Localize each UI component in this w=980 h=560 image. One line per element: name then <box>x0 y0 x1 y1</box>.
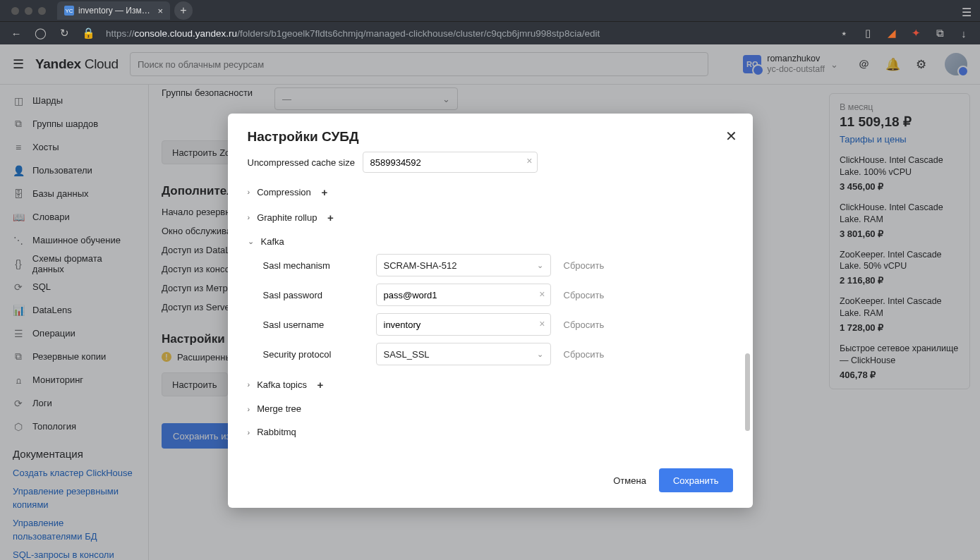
ext1-icon[interactable]: ▯ <box>861 27 874 39</box>
tab-title: inventory — Изменить <box>78 6 153 16</box>
security-protocol-label: Security protocol <box>263 349 363 360</box>
browser-chrome: YC inventory — Изменить × + ☰ ← ◯ ↻ 🔒 ht… <box>0 0 980 44</box>
lock-icon: 🔒 <box>82 27 95 39</box>
chevron-right-icon: › <box>248 188 250 196</box>
add-icon[interactable]: + <box>314 378 327 391</box>
reset-sasl-username[interactable]: Сбросить <box>564 319 605 330</box>
bookmark-icon[interactable]: ⭑ <box>837 27 850 39</box>
section-compression[interactable]: › Compression + <box>248 185 733 198</box>
window-controls[interactable] <box>11 7 46 15</box>
section-kafka-topics[interactable]: › Kafka topics + <box>248 378 733 391</box>
sasl-mechanism-label: Sasl mechanism <box>263 260 363 271</box>
chevron-right-icon: › <box>248 405 250 413</box>
ext2-icon[interactable]: ◢ <box>885 27 898 39</box>
clear-icon[interactable]: × <box>526 155 532 166</box>
chevron-down-icon: ⌄ <box>537 350 543 359</box>
sasl-username-label: Sasl username <box>263 319 363 330</box>
dbms-settings-modal: Настройки СУБД ✕ Uncompressed cache size… <box>228 114 753 508</box>
cache-size-input[interactable] <box>363 152 538 173</box>
sasl-password-input[interactable] <box>376 284 551 306</box>
browser-tab[interactable]: YC inventory — Изменить × <box>57 1 170 20</box>
sasl-password-label: Sasl password <box>263 290 363 300</box>
section-kafka[interactable]: ⌄ Kafka <box>248 236 733 247</box>
reset-sasl-mechanism[interactable]: Сбросить <box>564 260 605 271</box>
modal-title: Настройки СУБД <box>248 129 733 145</box>
section-rabbitmq[interactable]: › Rabbitmq <box>248 427 733 437</box>
chevron-down-icon: ⌄ <box>248 237 254 246</box>
clear-icon[interactable]: × <box>539 318 545 329</box>
back-icon[interactable]: ← <box>10 27 23 39</box>
ext4-icon[interactable]: ⧉ <box>933 27 946 39</box>
chevron-right-icon: › <box>248 213 250 221</box>
cache-size-label: Uncompressed cache size <box>248 157 363 168</box>
section-merge-tree[interactable]: › Merge tree <box>248 403 733 414</box>
favicon-icon: YC <box>64 6 74 16</box>
sasl-username-input[interactable] <box>376 313 551 336</box>
reset-sasl-password[interactable]: Сбросить <box>564 290 605 300</box>
close-icon[interactable]: × <box>157 6 163 16</box>
modal-cancel-button[interactable]: Отмена <box>613 475 646 486</box>
modal-overlay: Настройки СУБД ✕ Uncompressed cache size… <box>0 44 980 560</box>
chevron-down-icon: ⌄ <box>537 261 543 270</box>
add-icon[interactable]: + <box>318 185 331 198</box>
reset-security-protocol[interactable]: Сбросить <box>564 349 605 360</box>
security-protocol-select[interactable]: SASL_SSL ⌄ <box>376 343 551 365</box>
modal-save-button[interactable]: Сохранить <box>659 468 733 492</box>
chevron-right-icon: › <box>248 380 250 389</box>
section-graphite[interactable]: › Graphite rollup + <box>248 211 733 224</box>
browser-menu-icon[interactable]: ☰ <box>962 6 972 19</box>
new-tab-button[interactable]: + <box>174 1 193 20</box>
clear-icon[interactable]: × <box>539 288 545 300</box>
ext3-icon[interactable]: ✦ <box>909 27 922 39</box>
add-icon[interactable]: + <box>324 211 337 224</box>
address-bar[interactable]: https://console.cloud.yandex.ru/folders/… <box>106 28 826 39</box>
sasl-mechanism-select[interactable]: SCRAM-SHA-512 ⌄ <box>376 254 551 276</box>
chevron-right-icon: › <box>248 428 250 437</box>
home-icon[interactable]: ◯ <box>34 27 47 39</box>
reload-icon[interactable]: ↻ <box>58 27 71 39</box>
close-icon[interactable]: ✕ <box>725 128 737 145</box>
download-icon[interactable]: ↓ <box>957 27 970 39</box>
scrollbar[interactable] <box>745 353 750 431</box>
